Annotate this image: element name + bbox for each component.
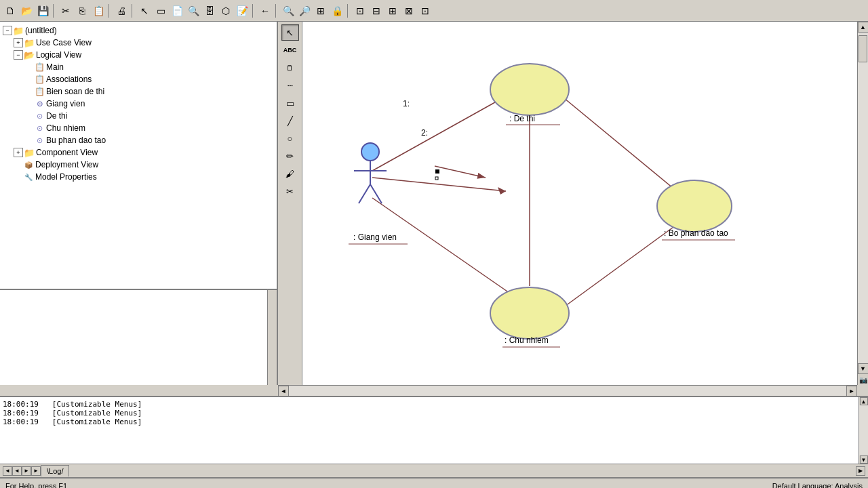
doc-button[interactable]: 📄 (170, 3, 184, 18)
bp-class-icon: ⊙ (34, 135, 45, 146)
tab-scroll-left2[interactable]: ◄ (12, 466, 22, 476)
logical-expand[interactable]: − (14, 50, 23, 60)
tab-scroll-right[interactable]: ► (22, 466, 31, 476)
right-scrollbar[interactable]: ▲ ▼ 📷 (857, 22, 868, 385)
db-button[interactable]: 🗄 (202, 3, 217, 18)
component-button[interactable]: ⬡ (218, 3, 233, 18)
main-doc-icon: 📋 (34, 62, 45, 73)
zoom-out-button[interactable]: 🔎 (297, 3, 312, 18)
zoom-in-button[interactable]: 🔍 (281, 3, 296, 18)
tab-scroll-right2[interactable]: ► (31, 466, 41, 476)
log-panel: 18:00:19 [Customizable Menus] 18:00:19 [… (0, 396, 868, 464)
scroll-up-btn[interactable]: ▲ (858, 22, 869, 33)
svg-line-0 (372, 96, 506, 171)
bottom-scrollbar: ◄ ► (278, 385, 857, 396)
log-msg-2: [Customizable Menus] (52, 409, 142, 418)
save-button[interactable]: 💾 (35, 3, 50, 18)
log-scrollbar[interactable]: ▲ ▼ (859, 397, 868, 464)
arrow-back-button[interactable]: ← (258, 3, 273, 18)
usecase-label: Use Case View (36, 38, 92, 47)
giang-vien-item[interactable]: ⊙ Giang vien (3, 98, 274, 110)
note-tool-btn[interactable]: 🗒 (281, 60, 299, 76)
comp-expand[interactable]: + (14, 148, 23, 157)
component-view-label: Component View (36, 148, 98, 157)
logical-label: Logical View (36, 50, 81, 60)
comp-folder-icon: 📁 (24, 147, 35, 158)
log-msg-1: [Customizable Menus] (52, 400, 142, 409)
new-button[interactable]: 🗋 (3, 3, 18, 18)
associations-item[interactable]: 📋 Associations (3, 73, 274, 85)
scroll-right-btn[interactable]: ► (846, 386, 857, 396)
svg-text:1:: 1: (403, 99, 410, 108)
export-btn4[interactable]: ⊠ (401, 3, 416, 18)
note-button[interactable]: 📝 (235, 3, 250, 18)
svg-point-16 (490, 64, 569, 115)
component-view-item[interactable]: + 📁 Component View (3, 146, 274, 159)
svg-marker-2 (498, 187, 506, 195)
bien-soan-item[interactable]: 📋 Bien soan de thi (3, 85, 274, 98)
gv-class-icon: ⊙ (34, 98, 45, 109)
logical-folder-icon: 📂 (24, 49, 35, 60)
log-scroll-down[interactable]: ▼ (860, 455, 868, 464)
use-case-view-item[interactable]: + 📁 Use Case View (3, 37, 274, 49)
pencil-tool-btn[interactable]: ✏ (281, 148, 299, 164)
logical-view-item[interactable]: − 📂 Logical View (3, 49, 274, 61)
diagram-canvas[interactable]: : Giang vien : De thi : Chu nhiem : Bo p… (302, 22, 857, 385)
dash-line-btn[interactable]: ┄ (281, 77, 299, 94)
svg-point-11 (361, 143, 379, 161)
print-button[interactable]: 🖨 (114, 3, 129, 18)
tab-scroll-left[interactable]: ◄ (3, 466, 12, 476)
export-btn1[interactable]: ⊡ (353, 3, 368, 18)
oval-tool-btn[interactable]: ○ (281, 130, 299, 146)
log-scroll-up[interactable]: ▲ (860, 397, 868, 405)
assoc-doc-icon: 📋 (34, 74, 45, 85)
paste-button[interactable]: 📋 (91, 3, 106, 18)
main-item[interactable]: 📋 Main (3, 61, 274, 73)
tree-root[interactable]: − 📁 (untitled) (3, 24, 274, 37)
cn-class-icon: ⊙ (34, 123, 45, 134)
sep1 (53, 4, 56, 18)
log-time-2: 18:00:19 (3, 409, 39, 418)
export-btn3[interactable]: ⊞ (385, 3, 400, 18)
scroll-thumb-right[interactable] (859, 35, 867, 62)
export-btn5[interactable]: ⊡ (418, 3, 433, 18)
copy-button[interactable]: ⎘ (75, 3, 90, 18)
line-tool-btn[interactable]: ╱ (281, 113, 299, 129)
fit-button[interactable]: ⊞ (313, 3, 328, 18)
rect-button[interactable]: ▭ (153, 3, 168, 18)
text-tool-btn[interactable]: ABC (281, 42, 299, 58)
tab-bar: ◄ ◄ ► ► \Log/ ▶ (0, 464, 868, 477)
bu-phan-item[interactable]: ⊙ Bu phan dao tao (3, 134, 274, 146)
scroll-left-btn[interactable]: ◄ (278, 386, 289, 396)
scroll-down-btn[interactable]: ▼ (858, 363, 869, 374)
sep5 (275, 4, 278, 18)
model-props-item[interactable]: 🔧 Model Properties (3, 171, 274, 183)
open-button[interactable]: 📂 (19, 3, 34, 18)
cut-button[interactable]: ✂ (58, 3, 73, 18)
browse-button[interactable]: 🔍 (186, 3, 201, 18)
svg-line-6 (560, 95, 681, 195)
export-btn2[interactable]: ⊟ (369, 3, 384, 18)
deployment-view-item[interactable]: 📦 Deployment View (3, 159, 274, 171)
associations-label: Associations (46, 75, 92, 84)
root-expand[interactable]: − (3, 26, 12, 35)
de-thi-item[interactable]: ⊙ De thi (3, 110, 274, 122)
eraser-tool-btn[interactable]: ✂ (281, 183, 299, 199)
select-button[interactable]: ↖ (137, 3, 152, 18)
box-tool-btn[interactable]: ▭ (281, 95, 299, 111)
log-entry-2: 18:00:19 [Customizable Menus] (3, 409, 865, 418)
svg-rect-4 (435, 177, 438, 180)
svg-text:: Giang vien: : Giang vien (353, 232, 397, 242)
log-tab[interactable]: \Log/ (41, 465, 69, 476)
tab-right-scroll[interactable]: ▶ (856, 466, 865, 476)
select-tool-btn[interactable]: ↖ (281, 24, 299, 41)
svg-text:: Chu nhiem: : Chu nhiem (505, 336, 549, 345)
sep2 (108, 4, 111, 18)
usecase-expand[interactable]: + (14, 38, 23, 47)
lock-button[interactable]: 🔒 (330, 3, 344, 18)
dep-icon: 📦 (23, 159, 34, 170)
chu-nhiem-item[interactable]: ⊙ Chu nhiem (3, 122, 274, 134)
props-scrollbar[interactable] (267, 290, 277, 385)
sep4 (252, 4, 255, 18)
paint-tool-btn[interactable]: 🖌 (281, 165, 299, 182)
